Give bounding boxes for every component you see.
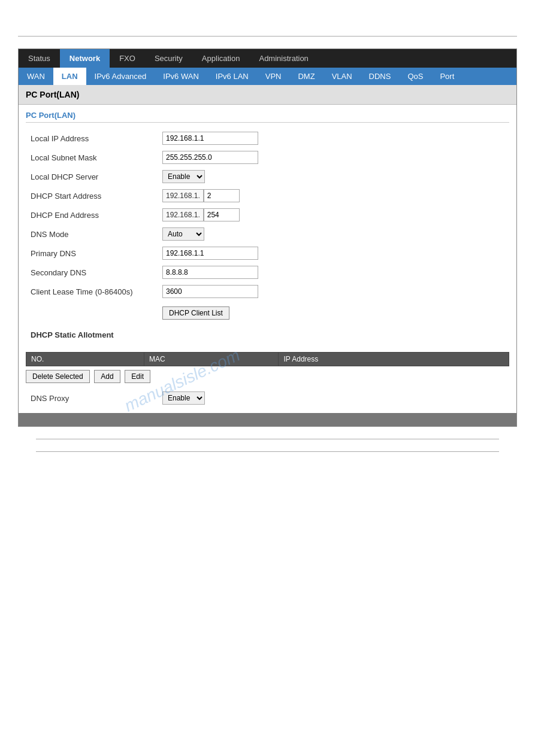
sub-nav: WAN LAN IPv6 Advanced IPv6 WAN IPv6 LAN … (19, 68, 516, 85)
dhcp-start-label: DHCP Start Address (26, 186, 158, 205)
bottom-rule-2 (36, 451, 499, 452)
local-ip-row: Local IP Address (26, 129, 509, 148)
dhcp-start-input[interactable] (204, 189, 240, 202)
subnet-mask-input[interactable] (162, 151, 258, 164)
secondary-dns-row: Secondary DNS (26, 263, 509, 282)
col-mac: MAC (144, 353, 279, 366)
nav-administration[interactable]: Administration (249, 49, 318, 68)
dhcp-end-prefix: 192.168.1. (162, 208, 204, 221)
subnav-lan[interactable]: LAN (53, 68, 86, 85)
local-ip-label: Local IP Address (26, 129, 158, 148)
nav-security[interactable]: Security (145, 49, 192, 68)
dhcp-end-input[interactable] (204, 208, 240, 221)
dns-mode-label: DNS Mode (26, 224, 158, 244)
nav-status[interactable]: Status (19, 49, 60, 68)
nav-application[interactable]: Application (192, 49, 250, 68)
delete-selected-button[interactable]: Delete Selected (26, 370, 90, 383)
top-nav: Status Network FXO Security Application … (19, 49, 516, 68)
dhcp-client-list-row: DHCP Client List (26, 301, 509, 323)
edit-button[interactable]: Edit (125, 370, 150, 383)
dns-proxy-row: DNS Proxy Enable Disable (26, 389, 509, 407)
static-table-header-row: NO. MAC IP Address (26, 353, 509, 366)
primary-dns-input[interactable] (162, 247, 258, 260)
content-area: PC Port(LAN) Local IP Address Local Subn… (19, 105, 516, 413)
dns-proxy-select[interactable]: Enable Disable (162, 391, 205, 405)
dhcp-start-row: DHCP Start Address 192.168.1. (26, 186, 509, 205)
subnet-mask-label: Local Subnet Mask (26, 148, 158, 167)
dhcp-server-label: Local DHCP Server (26, 167, 158, 186)
dhcp-start-prefix: 192.168.1. (162, 189, 204, 202)
subnav-vpn[interactable]: VPN (257, 68, 290, 85)
dhcp-client-list-button[interactable]: DHCP Client List (162, 306, 229, 320)
nav-fxo[interactable]: FXO (110, 49, 145, 68)
subnav-ipv6advanced[interactable]: IPv6 Advanced (86, 68, 155, 85)
dhcp-start-inline: 192.168.1. (162, 189, 504, 202)
primary-dns-row: Primary DNS (26, 244, 509, 263)
lease-time-input[interactable] (162, 285, 258, 298)
local-ip-input[interactable] (162, 132, 258, 145)
dns-mode-select[interactable]: Auto Manual (162, 227, 204, 241)
secondary-dns-input[interactable] (162, 266, 258, 279)
subnav-dmz[interactable]: DMZ (289, 68, 323, 85)
col-ip: IP Address (279, 353, 509, 366)
lease-time-row: Client Lease Time (0-86400s) (26, 282, 509, 301)
section-heading: PC Port(LAN) (26, 111, 509, 123)
bottom-rule-1 (36, 439, 499, 439)
static-allotment-table: NO. MAC IP Address (26, 352, 509, 366)
static-allotment-row: DHCP Static Allotment (26, 323, 509, 345)
subnav-ipv6wan[interactable]: IPv6 WAN (155, 68, 207, 85)
subnav-ddns[interactable]: DDNS (361, 68, 400, 85)
nav-network[interactable]: Network (60, 49, 110, 68)
page-bottom (0, 439, 535, 452)
dhcp-server-select[interactable]: Enable Disable (162, 170, 205, 183)
page-title-bar: PC Port(LAN) (19, 85, 516, 105)
dhcp-end-inline: 192.168.1. (162, 208, 504, 221)
static-allotment-label: DHCP Static Allotment (31, 330, 504, 339)
dhcp-server-row: Local DHCP Server Enable Disable (26, 167, 509, 186)
form-table: Local IP Address Local Subnet Mask (26, 129, 509, 345)
top-rule (18, 36, 517, 37)
dhcp-end-row: DHCP End Address 192.168.1. (26, 205, 509, 224)
add-button[interactable]: Add (94, 370, 120, 383)
subnav-vlan[interactable]: VLAN (324, 68, 361, 85)
subnav-wan[interactable]: WAN (19, 68, 53, 85)
lease-time-label: Client Lease Time (0-86400s) (26, 282, 158, 301)
page-title: PC Port(LAN) (26, 90, 79, 99)
dhcp-end-label: DHCP End Address (26, 205, 158, 224)
router-ui: Status Network FXO Security Application … (18, 48, 517, 427)
subnet-mask-row: Local Subnet Mask (26, 148, 509, 167)
dns-mode-row: DNS Mode Auto Manual (26, 224, 509, 244)
primary-dns-label: Primary DNS (26, 244, 158, 263)
subnav-port[interactable]: Port (431, 68, 463, 85)
router-footer (19, 413, 516, 426)
secondary-dns-label: Secondary DNS (26, 263, 158, 282)
col-no: NO. (26, 353, 144, 366)
subnav-qos[interactable]: QoS (399, 68, 431, 85)
dns-proxy-label: DNS Proxy (31, 394, 162, 403)
subnav-ipv6lan[interactable]: IPv6 LAN (207, 68, 257, 85)
action-buttons: Delete Selected Add Edit (26, 370, 509, 383)
